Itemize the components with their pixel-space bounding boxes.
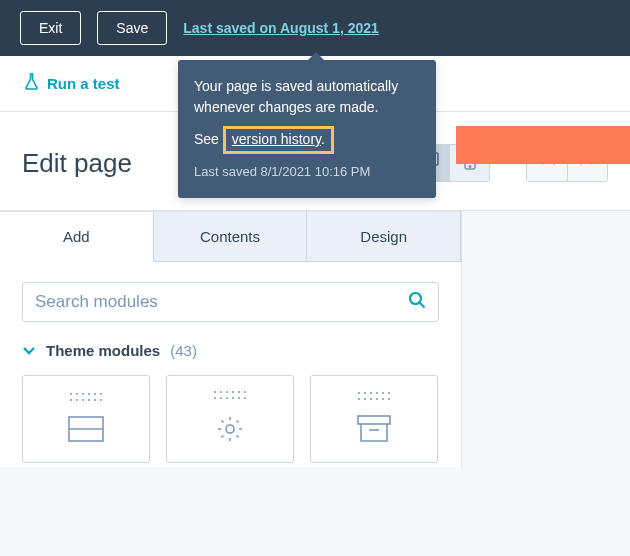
save-tooltip: Your page is saved automatically wheneve…	[178, 60, 436, 198]
last-saved-link[interactable]: Last saved on August 1, 2021	[183, 20, 379, 36]
drag-handle-icon	[70, 393, 103, 402]
module-cards	[0, 371, 461, 467]
search-input[interactable]	[35, 292, 408, 312]
tooltip-autosave-text: Your page is saved automatically wheneve…	[194, 76, 420, 118]
module-card-archive[interactable]	[310, 375, 438, 463]
svg-point-2	[469, 166, 471, 168]
theme-modules-header[interactable]: Theme modules (43)	[0, 330, 461, 371]
tooltip-last-saved: Last saved 8/1/2021 10:16 PM	[194, 162, 420, 182]
section-title: Theme modules	[46, 342, 160, 359]
tab-contents[interactable]: Contents	[154, 212, 308, 262]
archive-icon	[357, 415, 391, 447]
topbar: Exit Save Last saved on August 1, 2021	[0, 0, 630, 56]
tooltip-see: See	[194, 131, 219, 147]
drag-handle-icon	[358, 392, 391, 401]
drag-handle-icon	[214, 391, 247, 400]
svg-point-3	[410, 293, 421, 304]
page-title: Edit page	[22, 148, 132, 179]
tab-design[interactable]: Design	[307, 212, 461, 262]
tab-add[interactable]: Add	[0, 212, 154, 262]
save-button[interactable]: Save	[97, 11, 167, 45]
chevron-down-icon	[22, 342, 36, 359]
version-history-highlight: version history.	[223, 126, 334, 154]
version-history-link[interactable]: version history	[232, 131, 321, 147]
svg-rect-7	[358, 416, 390, 424]
search-modules-field[interactable]	[22, 282, 439, 322]
run-test-label: Run a test	[47, 75, 120, 92]
panel-tabs: Add Contents Design	[0, 212, 461, 262]
module-card-settings[interactable]	[166, 375, 294, 463]
tooltip-period: .	[321, 131, 325, 147]
section-icon	[68, 416, 104, 446]
side-panel: Add Contents Design Theme modules (43)	[0, 211, 462, 467]
flask-icon	[24, 73, 39, 94]
module-card-section[interactable]	[22, 375, 150, 463]
svg-point-6	[226, 425, 234, 433]
search-icon	[408, 291, 426, 313]
tooltip-version-line: See version history.	[194, 126, 420, 154]
section-count: (43)	[170, 342, 197, 359]
exit-button[interactable]: Exit	[20, 11, 81, 45]
gear-icon	[215, 414, 245, 448]
run-a-test-link[interactable]: Run a test	[24, 73, 120, 94]
accent-strip	[456, 126, 630, 164]
